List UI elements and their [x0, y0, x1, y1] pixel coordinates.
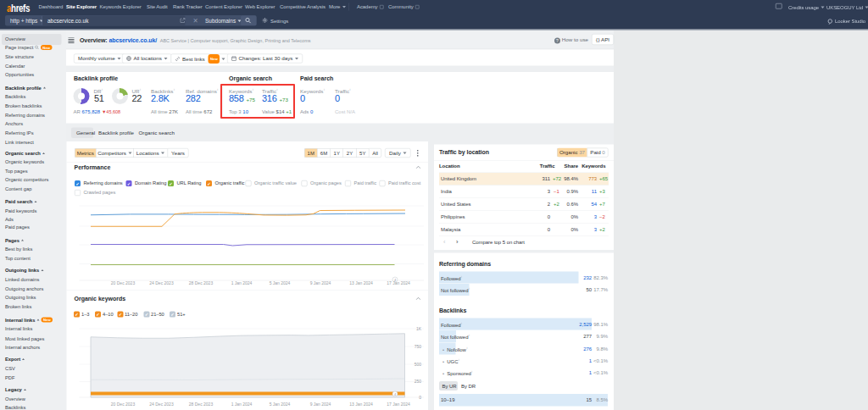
svg-text:9 Jan 2024: 9 Jan 2024	[310, 402, 331, 407]
svg-text:28 Dec 2023: 28 Dec 2023	[189, 280, 214, 285]
svg-text:20 Dec 2023: 20 Dec 2023	[111, 402, 136, 407]
svg-text:17 Jan 2024: 17 Jan 2024	[387, 280, 410, 285]
svg-text:24 Dec 2023: 24 Dec 2023	[149, 280, 174, 285]
svg-text:28 Dec 2023: 28 Dec 2023	[189, 402, 214, 407]
svg-text:13 Jan 2024: 13 Jan 2024	[349, 402, 373, 407]
svg-text:500: 500	[415, 362, 422, 367]
svg-text:9 Jan 2024: 9 Jan 2024	[310, 280, 331, 285]
svg-text:1K: 1K	[416, 326, 422, 331]
svg-text:750: 750	[415, 344, 422, 349]
svg-text:20 Dec 2023: 20 Dec 2023	[111, 280, 136, 285]
svg-text:17 Jan 2024: 17 Jan 2024	[387, 402, 410, 407]
svg-text:1 Jan 2024: 1 Jan 2024	[231, 280, 253, 285]
svg-text:5 Jan 2024: 5 Jan 2024	[270, 280, 291, 285]
svg-text:24 Dec 2023: 24 Dec 2023	[149, 402, 174, 407]
svg-text:5 Jan 2024: 5 Jan 2024	[270, 402, 291, 407]
svg-text:250: 250	[415, 379, 422, 384]
svg-text:1 Jan 2024: 1 Jan 2024	[231, 402, 253, 407]
svg-text:13 Jan 2024: 13 Jan 2024	[349, 280, 373, 285]
svg-text:0: 0	[419, 395, 421, 400]
